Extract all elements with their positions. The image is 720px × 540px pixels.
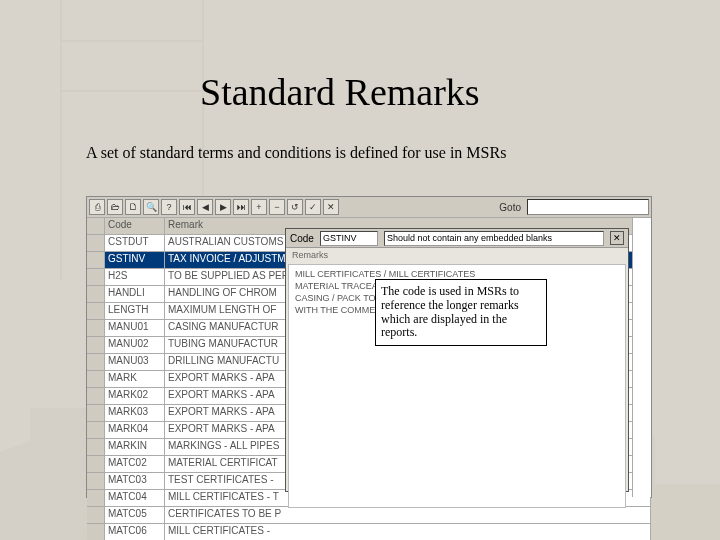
callout-box: The code is used in MSRs to reference th… — [375, 279, 547, 346]
row-selector[interactable] — [87, 286, 105, 303]
cell-code[interactable]: MATC05 — [105, 507, 165, 524]
cell-code[interactable]: H2S — [105, 269, 165, 286]
row-selector[interactable] — [87, 388, 105, 405]
close-icon[interactable]: ✕ — [323, 199, 339, 215]
next-icon[interactable]: ▶ — [215, 199, 231, 215]
code-label: Code — [290, 233, 314, 244]
print-icon[interactable]: ⎙ — [89, 199, 105, 215]
minus-icon[interactable]: − — [269, 199, 285, 215]
row-selector[interactable] — [87, 235, 105, 252]
cell-code[interactable]: MARKIN — [105, 439, 165, 456]
col-header-code: Code — [105, 218, 165, 235]
grid-right-gutter — [632, 218, 651, 497]
row-selector[interactable] — [87, 252, 105, 269]
cell-code[interactable]: MANU01 — [105, 320, 165, 337]
row-selector[interactable] — [87, 507, 105, 524]
row-selector[interactable] — [87, 524, 105, 540]
cell-code[interactable]: MARK — [105, 371, 165, 388]
check-icon[interactable]: ✓ — [305, 199, 321, 215]
remark-detail-window: Code GSTINV Should not contain any embed… — [285, 228, 629, 492]
goto-input[interactable] — [527, 199, 649, 215]
row-selector[interactable] — [87, 490, 105, 507]
new-icon[interactable]: 🗋 — [125, 199, 141, 215]
remarks-text-area[interactable]: MILL CERTIFICATES / MILL CERTIFICATESMAT… — [288, 264, 626, 508]
code-field[interactable]: GSTINV — [320, 231, 378, 246]
row-selector[interactable] — [87, 422, 105, 439]
row-selector[interactable] — [87, 320, 105, 337]
code-desc-field[interactable]: Should not contain any embedded blanks — [384, 231, 604, 246]
cell-code[interactable]: MANU02 — [105, 337, 165, 354]
cell-code[interactable]: MATC04 — [105, 490, 165, 507]
remarks-label: Remarks — [286, 248, 628, 262]
row-selector[interactable] — [87, 337, 105, 354]
plus-icon[interactable]: + — [251, 199, 267, 215]
row-selector[interactable] — [87, 439, 105, 456]
first-icon[interactable]: ⏮ — [179, 199, 195, 215]
cell-code[interactable]: CSTDUT — [105, 235, 165, 252]
row-selector[interactable] — [87, 303, 105, 320]
row-selector[interactable] — [87, 269, 105, 286]
cell-code[interactable]: MATC02 — [105, 456, 165, 473]
cell-remark[interactable]: MILL CERTIFICATES - — [165, 524, 651, 540]
row-selector[interactable] — [87, 371, 105, 388]
row-selector[interactable] — [87, 473, 105, 490]
open-icon[interactable]: 🗁 — [107, 199, 123, 215]
page-subtitle: A set of standard terms and conditions i… — [86, 144, 506, 162]
cell-code[interactable]: MARK04 — [105, 422, 165, 439]
cell-code[interactable]: MANU03 — [105, 354, 165, 371]
cell-code[interactable]: HANDLI — [105, 286, 165, 303]
page-title: Standard Remarks — [200, 70, 480, 114]
cell-remark[interactable]: CERTIFICATES TO BE P — [165, 507, 651, 524]
detail-header: Code GSTINV Should not contain any embed… — [286, 229, 628, 248]
cell-code[interactable]: MARK03 — [105, 405, 165, 422]
cell-code[interactable]: MATC03 — [105, 473, 165, 490]
cell-code[interactable]: GSTINV — [105, 252, 165, 269]
prev-icon[interactable]: ◀ — [197, 199, 213, 215]
cell-code[interactable]: MARK02 — [105, 388, 165, 405]
find-icon[interactable]: 🔍 — [143, 199, 159, 215]
cell-code[interactable]: LENGTH — [105, 303, 165, 320]
undo-icon[interactable]: ↺ — [287, 199, 303, 215]
close-icon[interactable]: ✕ — [610, 231, 624, 245]
cell-code[interactable]: MATC06 — [105, 524, 165, 540]
toolbar: ⎙🗁🗋🔍?⏮◀▶⏭+−↺✓✕ Goto — [87, 197, 651, 218]
row-selector[interactable] — [87, 354, 105, 371]
row-selector[interactable] — [87, 456, 105, 473]
last-icon[interactable]: ⏭ — [233, 199, 249, 215]
col-header-selector — [87, 218, 105, 235]
help-icon[interactable]: ? — [161, 199, 177, 215]
row-selector[interactable] — [87, 405, 105, 422]
goto-label: Goto — [499, 202, 521, 213]
